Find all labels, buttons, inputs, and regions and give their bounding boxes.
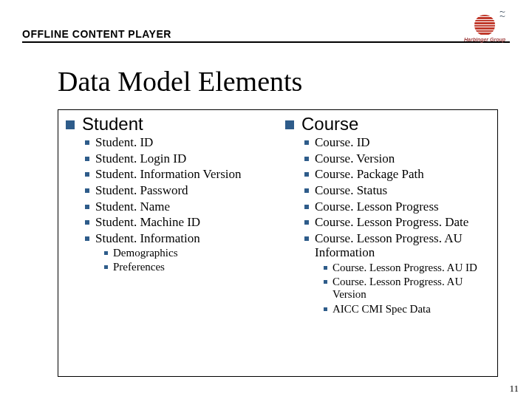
logo: 〜〜 Harbinger Group <box>463 15 507 44</box>
list-item: Course. ID <box>304 135 490 150</box>
item-text: Student. Name <box>95 200 170 214</box>
list-item: Student. Name <box>85 200 270 214</box>
bird-icon: 〜〜 <box>499 10 505 19</box>
subitem-text: Course. Lesson Progress. AU Version <box>332 276 490 301</box>
logo-icon: 〜〜 <box>474 15 495 35</box>
item-text: Student. Password <box>95 183 188 198</box>
bullet-icon <box>304 157 309 161</box>
list-subitem: AICC CMI Spec Data <box>324 303 490 316</box>
list-item: Course. Lesson Progress <box>304 200 490 214</box>
logo-text: Harbinger Group <box>464 37 505 42</box>
list-subitem: Course. Lesson Progress. AU ID <box>324 262 490 274</box>
list-item: Student. Information Version <box>85 167 270 182</box>
item-text: Student. Login ID <box>95 151 186 166</box>
bullet-icon <box>285 120 294 129</box>
list-item: Course. Version <box>304 151 490 166</box>
item-text: Course. Package Path <box>315 167 424 182</box>
item-text: Course. Lesson Progress <box>315 200 439 214</box>
header-bar: OFFLINE CONTENT PLAYER <box>22 28 510 43</box>
item-text: Course. Status <box>315 183 387 198</box>
bullet-icon <box>85 220 89 225</box>
subitem-text: Preferences <box>113 261 165 273</box>
list-item: Course. Lesson Progress. Date <box>304 215 490 230</box>
list-item: Student. Machine ID <box>85 215 270 230</box>
content-box: Student Student. ID Student. Login ID St… <box>58 109 498 377</box>
list-item: Student. Information <box>85 231 270 246</box>
list-item: Course. Lesson Progress. AU Information <box>304 231 490 260</box>
subitem-text: AICC CMI Spec Data <box>332 303 431 316</box>
list-item: Course. Package Path <box>304 167 490 182</box>
page-number: 11 <box>509 383 519 395</box>
bullet-icon <box>85 172 89 177</box>
list-item: Student. Login ID <box>85 151 270 166</box>
subitem-text: Course. Lesson Progress. AU ID <box>332 262 477 274</box>
item-text: Course. ID <box>315 135 370 150</box>
item-text: Student. Information Version <box>95 167 242 182</box>
bullet-icon <box>66 120 75 129</box>
item-text: Course. Lesson Progress. AU Information <box>315 231 490 260</box>
bullet-icon <box>85 157 89 161</box>
bullet-icon <box>85 205 89 209</box>
list-item: Student. ID <box>85 135 270 150</box>
heading-student: Student <box>66 115 270 134</box>
list-item: Course. Status <box>304 183 490 198</box>
item-text: Student. ID <box>95 135 153 150</box>
bullet-icon <box>324 280 327 284</box>
bullet-icon <box>304 205 309 209</box>
list-item: Student. Password <box>85 183 270 198</box>
header-title: OFFLINE CONTENT PLAYER <box>22 28 171 40</box>
item-text: Student. Machine ID <box>95 215 200 230</box>
bullet-icon <box>304 188 309 193</box>
item-text: Course. Lesson Progress. Date <box>315 215 468 230</box>
bullet-icon <box>324 307 327 311</box>
list-subitem: Course. Lesson Progress. AU Version <box>324 276 490 301</box>
right-column: Course Course. ID Course. Version Course… <box>278 110 497 376</box>
bullet-icon <box>85 188 89 193</box>
bullet-icon <box>304 236 309 241</box>
bullet-icon <box>304 140 309 145</box>
subitem-text: Demographics <box>113 247 177 259</box>
heading-text: Course <box>301 115 358 134</box>
item-text: Student. Information <box>95 231 200 246</box>
slide-title: Data Model Elements <box>58 65 302 98</box>
bullet-icon <box>304 220 309 225</box>
list-subitem: Demographics <box>104 247 270 259</box>
left-column: Student Student. ID Student. Login ID St… <box>58 110 278 376</box>
bullet-icon <box>324 266 327 270</box>
bullet-icon <box>304 172 309 177</box>
bullet-icon <box>104 265 108 269</box>
item-text: Course. Version <box>315 151 395 166</box>
bullet-icon <box>85 140 89 145</box>
bullet-icon <box>85 236 89 241</box>
bullet-icon <box>104 251 108 255</box>
heading-text: Student <box>82 115 143 134</box>
heading-course: Course <box>285 115 490 134</box>
list-subitem: Preferences <box>104 261 270 273</box>
